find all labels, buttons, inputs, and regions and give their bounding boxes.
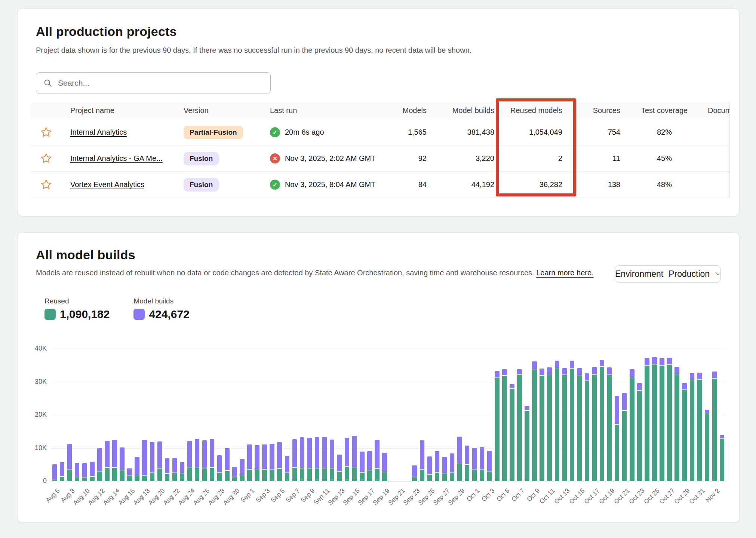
x-tick-label: Aug 10 (72, 487, 91, 507)
x-tick-label: Sep 1 (239, 487, 256, 504)
bar-segment-model-builds (720, 435, 724, 438)
bar-segment-reused (427, 475, 432, 481)
project-link[interactable]: Internal Analytics - GA Me... (70, 154, 163, 162)
x-tick-label: Aug 6 (44, 487, 62, 504)
bar-segment-model-builds (270, 444, 274, 470)
bar-segment-reused (622, 411, 627, 482)
bar-segment-model-builds (600, 360, 604, 367)
project-link[interactable]: Vortex Event Analytics (70, 180, 144, 189)
bar-segment-reused (97, 471, 102, 481)
stacked-bar-chart (51, 349, 726, 481)
bar-segment-reused (127, 476, 132, 481)
y-tick-label: 20K (18, 411, 47, 419)
bar-segment-reused (172, 473, 177, 481)
x-tick-label: Aug 20 (147, 487, 166, 507)
star-icon[interactable] (40, 126, 52, 138)
table-header-row: Project name Version Last run Models Mod… (30, 102, 729, 119)
bar-segment-model-builds (615, 396, 619, 424)
star-icon[interactable] (40, 179, 52, 190)
bar-segment-reused (315, 468, 319, 481)
x-tick-label: Aug 14 (102, 487, 121, 507)
bar-segment-reused (667, 365, 672, 481)
bar-segment-model-builds (240, 459, 244, 475)
environment-value: Production (669, 269, 710, 279)
version-badge: Fusion (184, 178, 219, 192)
bar-segment-model-builds (382, 453, 387, 472)
gridline (51, 382, 726, 382)
bar-segment-reused (217, 473, 222, 481)
bar-segment-reused (240, 475, 244, 481)
bar-segment-reused (112, 468, 117, 481)
bar-segment-model-builds (570, 361, 574, 368)
x-tick-label: Sep 7 (284, 487, 301, 504)
bar-segment-model-builds (315, 437, 319, 468)
bar-segment-reused (367, 470, 372, 481)
bar-segment-reused (502, 376, 507, 481)
bar-segment-model-builds (420, 440, 424, 469)
bar-segment-model-builds (630, 369, 634, 376)
bar-segment-model-builds (75, 463, 79, 477)
col-sources: Sources (570, 106, 624, 115)
bar-segment-model-builds (330, 440, 334, 468)
x-tick-label: Sep 17 (357, 487, 376, 507)
bar-segment-model-builds (435, 451, 439, 472)
bar-segment-reused (277, 469, 282, 481)
x-tick-label: Oct 15 (568, 487, 586, 506)
bar-segment-reused (345, 467, 349, 481)
bar-segment-model-builds (300, 437, 304, 468)
reused-models-value: 36,282 (494, 180, 570, 189)
environment-select[interactable]: Environment Production (615, 265, 721, 283)
bar-segment-reused (150, 473, 154, 481)
col-models: Models (392, 106, 427, 115)
bar-segment-reused (300, 468, 304, 482)
x-tick-label: Sep 21 (387, 487, 406, 507)
bar-segment-model-builds (682, 383, 686, 389)
x-tick-label: Sep 5 (269, 487, 286, 504)
star-icon[interactable] (40, 153, 52, 164)
bar-segment-reused (142, 476, 147, 481)
x-tick-label: Oct 31 (688, 487, 706, 506)
x-tick-label: Sep 29 (447, 487, 466, 507)
bar-segment-reused (412, 477, 417, 481)
bar-segment-reused (225, 471, 229, 481)
bar-segment-model-builds (277, 442, 282, 468)
search-box[interactable] (36, 72, 271, 94)
bar-segment-reused (120, 470, 124, 481)
chevron-down-icon (715, 270, 720, 278)
bar-segment-reused (337, 472, 342, 481)
bar-segment-reused (690, 380, 694, 481)
bar-segment-reused (210, 468, 214, 481)
bar-segment-model-builds (120, 447, 124, 470)
bar-segment-model-builds (322, 437, 327, 468)
bar-segment-model-builds (495, 371, 499, 377)
bar-segment-reused (600, 367, 604, 481)
y-tick-label: 40K (18, 345, 47, 352)
search-input[interactable] (58, 79, 264, 88)
bar-segment-reused (585, 381, 589, 481)
gridline (51, 481, 726, 482)
bar-segment-reused (75, 477, 79, 481)
bar-segment-reused (52, 480, 57, 481)
chart-legend: Reused 1,090,182 Model builds 424,672 (44, 297, 190, 321)
bar-segment-model-builds (690, 373, 694, 380)
bar-segment-model-builds (555, 361, 559, 368)
bar-segment-model-builds (337, 455, 342, 471)
project-link[interactable]: Internal Analytics (70, 128, 127, 136)
x-tick-label: Sep 23 (402, 487, 421, 507)
learn-more-link[interactable]: Learn more here. (536, 269, 593, 277)
bar-segment-model-builds (450, 453, 454, 472)
test-coverage-value: 82% (624, 128, 705, 137)
bar-segment-model-builds (622, 393, 627, 410)
bar-segment-model-builds (165, 458, 169, 474)
bar-segment-model-builds (465, 446, 469, 464)
projects-subtitle: Project data shown is for the previous 9… (36, 46, 471, 55)
run-error-icon: ✕ (270, 153, 280, 163)
bar-segment-model-builds (187, 441, 192, 467)
bar-segment-reused (682, 390, 686, 481)
table-row: Vortex Event Analytics Fusion ✓Nov 3, 20… (30, 172, 729, 198)
x-tick-label: Oct 13 (553, 487, 571, 506)
table-row: Internal Analytics - GA Me... Fusion ✕No… (30, 146, 729, 172)
model-builds-value: 381,438 (427, 128, 494, 137)
builds-title: All model builds (36, 248, 135, 262)
bar-segment-reused (630, 377, 634, 481)
